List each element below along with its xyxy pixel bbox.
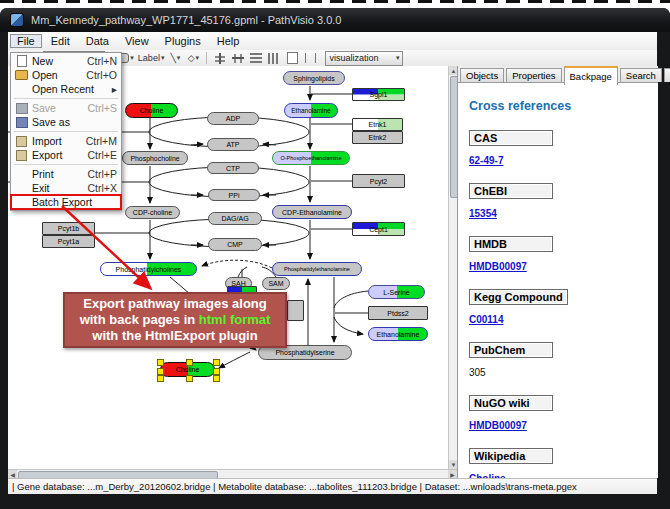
title-bar[interactable]: Mm_Kennedy_pathway_WP1771_45176.gpml - P… [0, 8, 670, 32]
node-cdp-ethanolamine[interactable]: CDP-Ethanolamine [272, 205, 352, 219]
align-center-icon [214, 53, 226, 64]
node-sam[interactable]: SAM [262, 277, 290, 290]
node-phosphatidylcholines[interactable]: Phosphatidylcholines [100, 262, 197, 276]
blank-icon [14, 197, 29, 208]
node-ptdss2[interactable]: Ptdss2 [368, 306, 428, 320]
crossref-link[interactable]: HMDB00097 [469, 420, 657, 431]
crossref-header: PubChem [469, 342, 553, 358]
annotation-callout: Export pathway images along with back pa… [63, 292, 287, 348]
node-pcyt1b[interactable]: Pcyt1b [42, 222, 95, 235]
menu-item-batch-export[interactable]: Batch Export [11, 195, 121, 209]
node-atp[interactable]: ATP [207, 138, 259, 151]
tab-search[interactable]: Search [620, 68, 662, 82]
node-phosphatidylethanolamine[interactable]: Phosphatidylethanolamine [272, 262, 362, 276]
common-bounds-button[interactable] [284, 51, 300, 66]
menu-view[interactable]: View [118, 34, 156, 48]
node-label: DAG/AG [221, 215, 248, 222]
selection-handle[interactable] [186, 375, 193, 382]
selection-handle[interactable] [157, 375, 164, 382]
node-cept1[interactable]: Cept1 [352, 222, 405, 236]
blank-icon [14, 84, 29, 95]
selection-handle[interactable] [213, 359, 220, 366]
menu-edit[interactable]: Edit [44, 34, 77, 48]
node-label: O-Phosphoethanolamine [280, 155, 341, 161]
crossref-link[interactable]: HMDB00097 [469, 261, 657, 272]
crossref-header: Kegg Compound [469, 289, 568, 305]
tab-objects[interactable]: Objects [460, 68, 504, 82]
stack-horizontal-button[interactable] [248, 51, 264, 66]
menu-item-label: Exit [32, 182, 82, 194]
menu-item-new[interactable]: NewCtrl+N [11, 54, 121, 68]
selection-handle[interactable] [157, 359, 164, 366]
node-cdp-choline[interactable]: CDP-choline [125, 206, 180, 219]
node-hidden-gene[interactable] [287, 300, 304, 321]
menu-bar: FileEditDataViewPluginsHelp [8, 32, 657, 51]
node-etnk2[interactable]: Etnk2 [352, 131, 403, 144]
node-pcyt2[interactable]: Pcyt2 [352, 174, 405, 188]
window-title: Mm_Kennedy_pathway_WP1771_45176.gpml - P… [31, 14, 341, 26]
crossref-link[interactable]: C00114 [469, 314, 657, 325]
node-ethanolamine-bottom[interactable]: Ethanolamine [368, 327, 428, 341]
menu-item-shortcut: Ctrl+M [86, 135, 117, 147]
distribute-button[interactable] [230, 51, 246, 66]
menu-data[interactable]: Data [79, 34, 116, 48]
tab-backpage[interactable]: Backpage [564, 66, 618, 85]
group-button[interactable] [302, 51, 318, 66]
menu-item-label: Open Recent [32, 83, 106, 95]
node-phosphocholine[interactable]: Phosphocholine [122, 151, 188, 165]
menu-item-print[interactable]: PrintCtrl+P [11, 167, 121, 181]
crossref-link[interactable]: 15354 [469, 208, 657, 219]
align-center-button[interactable] [212, 51, 228, 66]
tab-legend[interactable]: Legend [664, 68, 670, 82]
node-label: CDP-Ethanolamine [282, 209, 342, 216]
menu-item-open[interactable]: OpenCtrl+O [11, 68, 121, 82]
menu-item-export[interactable]: ExportCtrl+E [11, 148, 121, 162]
node-o-phosphoethanolamine[interactable]: O-Phosphoethanolamine [272, 151, 350, 165]
menu-plugins[interactable]: Plugins [158, 34, 208, 48]
menu-item-shortcut: ▸ [112, 83, 117, 95]
node-sphingolipids[interactable]: Sphingolipids [283, 71, 345, 85]
node-cmp[interactable]: CMP [208, 238, 262, 251]
selection-handle[interactable] [157, 368, 164, 375]
crossref-link[interactable]: 62-49-7 [469, 155, 657, 166]
callout-text-highlight: html format [199, 312, 271, 327]
menu-item-save[interactable]: SaveCtrl+S [11, 101, 121, 115]
menu-help[interactable]: Help [210, 34, 247, 48]
node-ppi[interactable]: PPi [208, 189, 260, 201]
selection-handle[interactable] [186, 359, 193, 366]
menu-file[interactable]: File [10, 34, 42, 48]
node-sgpl1[interactable]: Sgpl1 [352, 88, 405, 101]
line-tool-button[interactable]: ╲▾ [167, 51, 183, 66]
node-choline-top[interactable]: Choline [125, 103, 178, 118]
node-ctp[interactable]: CTP [207, 162, 259, 174]
node-ethanolamine-top[interactable]: Ethanolamine [284, 103, 338, 118]
shape-tool-button[interactable]: ◇▾ [185, 51, 201, 66]
node-adp[interactable]: ADP [207, 112, 259, 125]
selection-handle[interactable] [213, 368, 220, 375]
menu-item-import[interactable]: ImportCtrl+M [11, 134, 121, 148]
node-dag[interactable]: DAG/AG [208, 212, 262, 225]
menu-item-save-as[interactable]: Save as [11, 115, 121, 129]
menu-item-shortcut: Ctrl+P [88, 168, 117, 180]
stack-vertical-button[interactable] [266, 51, 282, 66]
tab-properties[interactable]: Properties [506, 68, 561, 82]
menu-item-exit[interactable]: ExitCtrl+X [11, 181, 121, 195]
label-tool-button[interactable]: Label▾ [137, 51, 166, 66]
crossref-header: NuGO wiki [469, 395, 553, 411]
node-label: ADP [226, 115, 240, 122]
menu-separator [14, 131, 118, 132]
node-label: Pcyt1a [58, 238, 79, 245]
selection-handle[interactable] [213, 375, 220, 382]
line-icon: ╲ [170, 53, 175, 63]
node-etnk1[interactable]: Etnk1 [352, 118, 403, 131]
chevron-down-icon: ▾ [161, 54, 165, 62]
node-l-serine[interactable]: L-Serine [368, 285, 425, 299]
app-icon [10, 13, 24, 27]
chevron-down-icon: ▾ [177, 54, 181, 62]
saveas-icon [14, 117, 29, 128]
visualization-combobox[interactable]: visualization ▾ [325, 51, 403, 66]
node-pcyt1a[interactable]: Pcyt1a [42, 235, 95, 248]
menu-item-open-recent[interactable]: Open Recent▸ [11, 82, 121, 96]
menu-item-label: Import [32, 135, 80, 147]
blank-icon [14, 183, 29, 194]
